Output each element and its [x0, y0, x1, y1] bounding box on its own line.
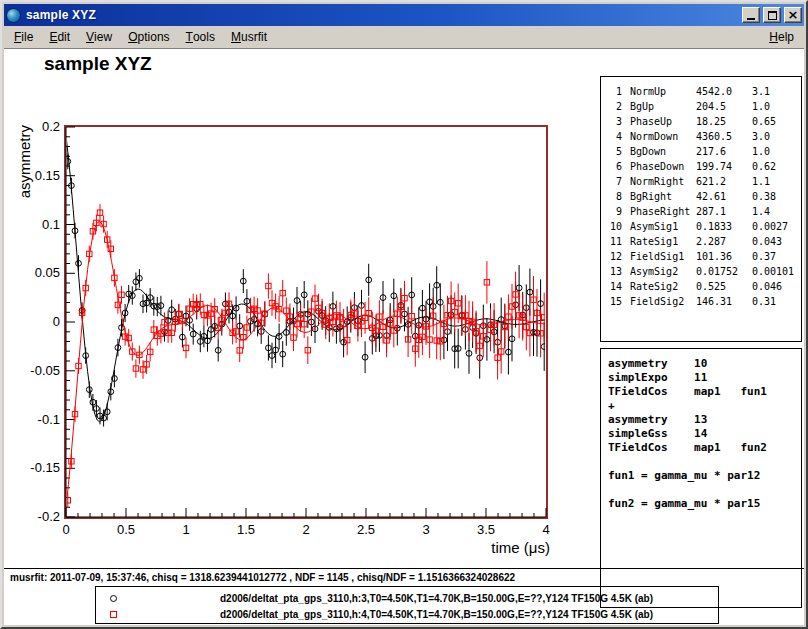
x-tick-label: 3 [422, 522, 429, 537]
theory-line [608, 483, 801, 497]
theory-line: asymmetry 13 [608, 413, 801, 427]
menu-right: Help [761, 26, 802, 48]
maximize-button[interactable] [763, 7, 781, 23]
theory-line: fun1 = gamma_mu * par12 [608, 469, 801, 483]
x-tick-label: 2.5 [357, 522, 375, 537]
legend-entry-label: d2006/deltat_pta_gps_3110,h:3,T0=4.50K,T… [220, 593, 653, 604]
fit-curve-circle [66, 136, 546, 422]
x-tick-label: 0.5 [117, 522, 135, 537]
y-tick-label: -0.15 [30, 460, 60, 475]
theory-line: + [608, 399, 801, 413]
minimize-icon [747, 18, 755, 20]
bottom-separator [4, 568, 804, 569]
param-row-NormDown: 4NormDown4360.53.0 [606, 129, 801, 144]
theory-line: simpleGss 14 [608, 427, 801, 441]
param-row-PhaseUp: 3PhaseUp18.250.65 [606, 114, 801, 129]
y-tick-label: 0.1 [42, 217, 60, 232]
param-row-PhaseRight: 9PhaseRight287.11.4 [606, 204, 801, 219]
y-tick-label: -0.2 [38, 509, 60, 524]
param-row-BgRight: 8BgRight42.610.38 [606, 189, 801, 204]
theory-line: fun2 = gamma_mu * par15 [608, 497, 801, 511]
maximize-icon [768, 11, 777, 20]
theory-line: simplExpo 11 [608, 371, 801, 385]
menu-item-tools[interactable]: Tools [178, 26, 223, 48]
app-icon [6, 8, 21, 23]
plot-title: sample XYZ [44, 53, 152, 75]
theory-block: asymmetry 10simplExpo 11TFieldCos map1 f… [600, 348, 802, 608]
menu-bar: FileEditViewOptionsToolsMusrfit Help [4, 26, 804, 48]
menu-item-view[interactable]: View [78, 26, 120, 48]
menu-item-file[interactable]: File [6, 26, 41, 48]
legend-entry: d2006/deltat_pta_gps_3110,h:3,T0=4.50K,T… [96, 590, 718, 606]
theory-line [608, 455, 801, 469]
menu-item-musrfit[interactable]: Musrfit [223, 26, 275, 48]
menu-item-edit[interactable]: Edit [41, 26, 78, 48]
y-axis-title: asymmetry [16, 125, 33, 199]
param-row-AsymSig1: 10AsymSig10.18330.0027 [606, 219, 801, 234]
close-icon: × [788, 10, 799, 20]
y-tick-label: 0.05 [35, 265, 60, 280]
param-row-RateSig1: 11RateSig12.2870.043 [606, 234, 801, 249]
y-tick-label: 0 [53, 314, 60, 329]
close-button[interactable]: × [784, 7, 802, 23]
x-tick-label: 4 [542, 522, 549, 537]
param-row-NormUp: 1NormUp4542.03.1 [606, 84, 801, 99]
y-tick-label: -0.05 [30, 363, 60, 378]
window-title: sample XYZ [24, 8, 739, 22]
legend: d2006/deltat_pta_gps_3110,h:3,T0=4.50K,T… [95, 586, 719, 624]
data-series-square [65, 204, 547, 508]
menu-item-options[interactable]: Options [120, 26, 177, 48]
title-bar[interactable]: sample XYZ × [4, 4, 804, 26]
minimize-button[interactable] [742, 7, 760, 23]
theory-line: TFieldCos map1 fun1 [608, 385, 801, 399]
theory-lines: asymmetry 10simplExpo 11TFieldCos map1 f… [608, 357, 801, 511]
fit-curve-square [66, 222, 546, 507]
data-series-circle [65, 154, 547, 427]
param-row-PhaseDown: 6PhaseDown199.740.62 [606, 159, 801, 174]
param-row-BgUp: 2BgUp204.51.0 [606, 99, 801, 114]
param-row-FieldSig2: 15FieldSig2146.310.31 [606, 294, 801, 309]
param-row-FieldSig1: 12FieldSig1101.360.37 [606, 249, 801, 264]
asymmetry-plot[interactable]: 00.511.522.533.540.20.150.10.050-0.05-0.… [6, 114, 586, 564]
parameter-rows: 1NormUp4542.03.12BgUp204.51.03PhaseUp18.… [606, 84, 801, 309]
fit-stats-line: musrfit: 2011-07-09, 15:37:46, chisq = 1… [10, 572, 515, 583]
theory-line: asymmetry 10 [608, 357, 801, 371]
legend-entry-label: d2006/deltat_pta_gps_3110,h:4,T0=4.50K,T… [220, 609, 653, 620]
x-tick-label: 1.5 [237, 522, 255, 537]
musrview-window: sample XYZ × FileEditViewOptionsToolsMus… [0, 0, 808, 629]
theory-line: TFieldCos map1 fun2 [608, 441, 801, 455]
y-tick-label: 0.15 [35, 168, 60, 183]
circle-marker-icon [110, 595, 117, 602]
param-row-BgDown: 5BgDown217.61.0 [606, 144, 801, 159]
x-axis-title: time (μs) [491, 539, 550, 556]
legend-entry: d2006/deltat_pta_gps_3110,h:4,T0=4.50K,T… [96, 606, 718, 622]
param-row-RateSig2: 14RateSig20.5250.046 [606, 279, 801, 294]
y-tick-label: -0.1 [38, 412, 60, 427]
y-tick-label: 0.2 [42, 119, 60, 134]
x-tick-label: 0 [62, 522, 69, 537]
x-tick-label: 3.5 [477, 522, 495, 537]
x-tick-label: 1 [182, 522, 189, 537]
plot-frame [65, 126, 547, 518]
square-marker-icon [110, 611, 117, 618]
x-tick-label: 2 [302, 522, 309, 537]
legend-rows: d2006/deltat_pta_gps_3110,h:3,T0=4.50K,T… [96, 590, 718, 622]
param-row-AsymSig2: 13AsymSig20.017520.00101 [606, 264, 801, 279]
param-row-NormRight: 7NormRight621.21.1 [606, 174, 801, 189]
canvas-area: sample XYZ 00.511.522.533.540.20.150.10.… [4, 48, 804, 625]
menu-left: FileEditViewOptionsToolsMusrfit [6, 26, 275, 48]
menu-item-help[interactable]: Help [761, 26, 802, 48]
parameter-table: 1NormUp4542.03.12BgUp204.51.03PhaseUp18.… [600, 76, 802, 342]
